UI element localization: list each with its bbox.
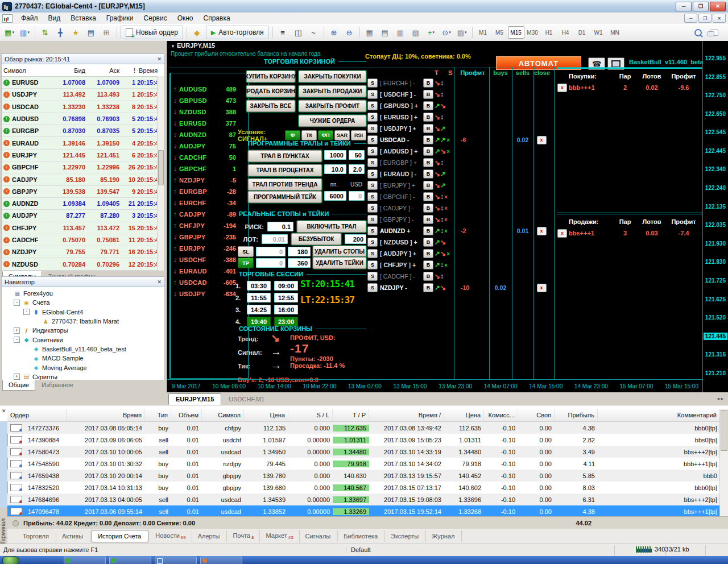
terminal-tab[interactable]: Эксперты bbox=[385, 530, 426, 542]
buy-pair-button[interactable]: B bbox=[423, 101, 433, 110]
condition-toggle-button[interactable]: SAR bbox=[334, 130, 350, 140]
close-sells-button[interactable]: ЗАКРЫТЬ ПРОДАЖИ bbox=[299, 85, 366, 97]
tester-icon[interactable]: ⊞ bbox=[100, 26, 114, 39]
tp-value-input[interactable]: 0 bbox=[256, 258, 286, 268]
close-buys-button[interactable]: ЗАКРЫТЬ ПОКУПКИ bbox=[299, 70, 366, 82]
session-end-input[interactable]: 09:00 bbox=[274, 281, 298, 291]
nav-item[interactable]: ◈ Moving Average bbox=[2, 363, 164, 372]
market-watch-row[interactable]: NZDUSD 0.70284 0.70296 12 20:15:41 bbox=[2, 258, 164, 270]
buy-pair-button[interactable]: B bbox=[423, 135, 433, 144]
sell-pair-button[interactable]: S bbox=[367, 78, 378, 88]
market-watch-row[interactable]: GBPJPY 139.538 139.547 9 20:15:41 bbox=[2, 186, 164, 198]
enable-trail-button[interactable]: ВКЛЮЧИТЬ ТРАЛ bbox=[297, 221, 366, 233]
history-row[interactable]: 147832520 2017.03.14 10:31:13 buy 0.01 g… bbox=[7, 482, 720, 494]
timeframe-button[interactable]: M30 bbox=[524, 26, 541, 39]
cascade-windows-icon[interactable]: ▧ bbox=[409, 26, 423, 39]
tp-toggle-button[interactable]: TP bbox=[238, 258, 254, 268]
close-pair-button[interactable]: x bbox=[537, 227, 547, 235]
sell-pair-button[interactable]: S bbox=[367, 215, 378, 224]
condition-toggle-button[interactable]: ТК bbox=[301, 130, 317, 140]
menu-item[interactable]: Сервис bbox=[139, 13, 172, 23]
navigator-icon[interactable]: ★ bbox=[69, 26, 83, 39]
terminal-tab[interactable]: Библиотека bbox=[338, 530, 385, 542]
close-sells-basket-button[interactable]: x bbox=[557, 229, 567, 238]
sell-pair-button[interactable]: S bbox=[367, 204, 378, 213]
tab-scroll-arrows[interactable]: ◂ ▸ bbox=[717, 396, 723, 401]
tree-expander-icon[interactable]: - bbox=[14, 300, 20, 306]
tile-horizontal-icon[interactable]: ▤ bbox=[378, 26, 392, 39]
tile-windows-icon[interactable]: ▦ bbox=[363, 26, 377, 39]
market-watch-row[interactable]: USDJPY 113.492 113.493 1 20:15:40 bbox=[2, 89, 164, 101]
trail-countertrend-button[interactable]: ТРАЛ ПРОТИВ ТРЕНДА bbox=[248, 179, 322, 190]
market-watch-scrollbar[interactable] bbox=[157, 76, 164, 271]
market-watch-row[interactable]: GBPCHF 1.22970 1.22996 26 20:15:41 bbox=[2, 161, 164, 173]
tree-expander-icon[interactable]: - bbox=[14, 337, 20, 343]
session-end-input[interactable]: 16:00 bbox=[274, 305, 298, 314]
market-watch-row[interactable]: USDCAD 1.33230 1.33238 8 20:15:40 bbox=[2, 101, 164, 113]
bar-chart-icon[interactable]: ≡ bbox=[276, 26, 290, 39]
close-profit-button[interactable]: ЗАКРЫТЬ ПРОФИТ bbox=[299, 100, 366, 112]
menu-item[interactable]: Файл bbox=[16, 13, 43, 23]
close-buys-basket-button[interactable]: x bbox=[557, 84, 567, 92]
market-watch-row[interactable]: AUDUSD 0.76898 0.76903 5 20:15:40 bbox=[2, 113, 164, 125]
navigator-tab[interactable]: Избранное bbox=[35, 380, 80, 391]
program-take-button[interactable]: ПРОГРАММНЫЙ ТЕЙК bbox=[248, 191, 322, 203]
nav-item[interactable]: - ▮ EGlobal-Cent4 bbox=[2, 308, 164, 317]
lot-input[interactable]: 0.01 bbox=[262, 234, 288, 244]
nav-item[interactable]: - ◉ Счета bbox=[2, 298, 164, 307]
terminal-tab[interactable]: История Счета bbox=[92, 530, 148, 542]
condition-toggle-button[interactable]: RSI bbox=[351, 130, 366, 140]
profiles-icon[interactable]: ▥▾ bbox=[18, 26, 32, 39]
new-chart-icon[interactable]: ▦▾ bbox=[2, 26, 16, 39]
history-row[interactable]: 147096478 2017.03.06 09:55:14 sell 0.01 … bbox=[7, 505, 720, 517]
nav-item[interactable]: + ƒ Индикаторы bbox=[2, 326, 164, 335]
buy-pair-button[interactable]: B bbox=[423, 147, 433, 156]
buy-pair-button[interactable]: B bbox=[423, 78, 433, 88]
market-watch-row[interactable]: EURJPY 121.445 121.451 6 20:15:41 bbox=[2, 150, 164, 161]
zoom-out-icon[interactable]: ⊖ bbox=[342, 26, 357, 39]
nav-item[interactable]: ♟ 2770437: Ibatullin Marat bbox=[2, 317, 164, 326]
history-row[interactable]: 147659438 2017.03.10 20:00:14 buy 0.01 g… bbox=[7, 470, 720, 482]
close-pair-button[interactable]: x bbox=[537, 136, 547, 144]
restore-button[interactable]: ❐ bbox=[693, 2, 709, 11]
buy-pair-button[interactable]: B bbox=[423, 260, 433, 269]
timeframe-button[interactable]: H4 bbox=[557, 26, 574, 39]
sl-toggle-button[interactable]: SL bbox=[238, 246, 254, 257]
sell-pair-button[interactable]: S bbox=[367, 226, 378, 235]
buy-pair-button[interactable]: B bbox=[423, 215, 433, 224]
minimize-button[interactable]: ─ bbox=[676, 2, 692, 11]
terminal-tab[interactable]: Торговля bbox=[17, 530, 56, 542]
buy-pair-button[interactable]: B bbox=[423, 192, 433, 201]
market-watch-row[interactable]: AUDJPY 87.277 87.280 3 20:15:40 bbox=[2, 210, 164, 222]
session-start-input[interactable]: 14:25 bbox=[247, 305, 271, 314]
sell-pair-button[interactable]: S bbox=[367, 283, 378, 292]
market-watch-row[interactable]: NZDJPY 79.755 79.771 16 20:15:40 bbox=[2, 246, 164, 258]
timeframe-button[interactable]: H1 bbox=[541, 26, 557, 39]
buy-pair-button[interactable]: B bbox=[423, 283, 433, 292]
menu-item[interactable]: Вставка bbox=[65, 13, 101, 23]
timeframe-button[interactable]: D1 bbox=[574, 26, 590, 39]
session-start-input[interactable]: 11:55 bbox=[247, 293, 271, 302]
market-watch-close-icon[interactable]: ✕ bbox=[157, 56, 162, 62]
tp-points-input[interactable]: 360 bbox=[288, 258, 311, 268]
timeframe-button[interactable]: M1 bbox=[475, 26, 491, 39]
close-button[interactable]: ✕ bbox=[710, 2, 726, 11]
market-watch-row[interactable]: EURAUD 1.39146 1.39150 4 20:15:41 bbox=[2, 137, 164, 149]
buy-pair-button[interactable]: B bbox=[423, 181, 433, 190]
delete-stops-button[interactable]: УДАЛИТЬ СТОПЫ bbox=[313, 246, 366, 258]
templates-icon[interactable]: ▨▾ bbox=[455, 26, 469, 39]
sell-pair-button[interactable]: S bbox=[367, 101, 378, 110]
market-watch-row[interactable]: EURGBP 0.87030 0.87035 5 20:15:40 bbox=[2, 125, 164, 137]
buy-pair-button[interactable]: B bbox=[423, 90, 433, 99]
sell-pair-button[interactable]: S bbox=[367, 90, 378, 99]
nav-item[interactable]: - ◆ Советники bbox=[2, 335, 164, 344]
market-watch-row[interactable]: CHFJPY 113.457 113.472 15 20:15:41 bbox=[2, 222, 164, 234]
chart-area[interactable]: ▼EURJPY,M15 Процент прибыли относительно… bbox=[167, 41, 728, 392]
candlestick-icon[interactable]: ◫ bbox=[291, 26, 305, 39]
breakeven-button[interactable]: БЕЗУБЫТОК bbox=[291, 233, 341, 245]
terminal-tab[interactable]: Почта8 bbox=[227, 530, 260, 542]
history-row[interactable]: 147548590 2017.03.10 01:30:32 buy 0.01 n… bbox=[7, 458, 720, 470]
taskbar-button[interactable] bbox=[155, 557, 197, 564]
sl-value-input[interactable]: 0 bbox=[256, 247, 286, 256]
program-take-input[interactable]: 6000 bbox=[324, 191, 346, 201]
